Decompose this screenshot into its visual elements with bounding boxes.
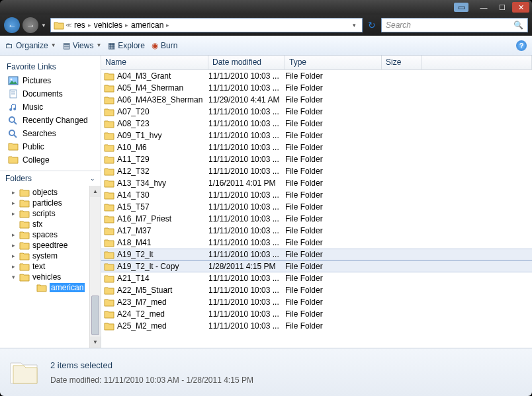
close-button[interactable]: ✕ (512, 2, 529, 13)
file-row[interactable]: A05_M4_Sherman11/11/2010 10:03 ...File F… (101, 82, 532, 94)
tree-item-objects[interactable]: ▸objects (9, 187, 101, 198)
burn-button[interactable]: ◉ Burn (152, 41, 177, 50)
file-type: File Folder (285, 155, 382, 164)
file-row[interactable]: A16_M7_Priest11/11/2010 10:03 ...File Fo… (101, 213, 532, 225)
folder-icon (19, 231, 30, 239)
organize-button[interactable]: 🗀 Organize▼ (5, 41, 56, 50)
file-row[interactable]: A17_M3711/11/2010 10:03 ...File Folder (101, 225, 532, 237)
document-icon (8, 89, 19, 99)
search-input[interactable]: Search 🔍 (381, 18, 528, 32)
address-bar[interactable]: ≪ res ▸ vehicles ▸ american ▸ ▾ (50, 18, 363, 32)
file-row[interactable]: A23_M7_med11/11/2010 10:03 ...File Folde… (101, 296, 532, 308)
file-row[interactable]: A19_T2_lt - Copy1/28/2011 4:15 PMFile Fo… (101, 260, 532, 272)
expand-icon[interactable]: ▸ (11, 253, 17, 259)
folder-icon (36, 284, 47, 292)
folder-icon (104, 239, 114, 247)
file-date: 1/16/2011 4:01 PM (208, 178, 285, 188)
favorite-label: Recently Changed (22, 116, 88, 125)
tree-item-american[interactable]: american (9, 282, 101, 293)
file-row[interactable]: A06_M4A3E8_Sherman11/29/2010 4:41 AMFile… (101, 94, 532, 106)
minimize-button[interactable]: — (475, 2, 492, 13)
help-button[interactable]: ? (516, 40, 527, 51)
tree-item-vehicles[interactable]: ▾vehicles (9, 272, 101, 282)
file-row[interactable]: A08_T2311/11/2010 10:03 ...File Folder (101, 118, 532, 130)
scroll-thumb[interactable] (91, 296, 99, 335)
organize-icon: 🗀 (5, 41, 13, 50)
folder-icon (54, 21, 64, 30)
file-row[interactable]: A09_T1_hvy11/11/2010 10:03 ...File Folde… (101, 130, 532, 141)
file-row[interactable]: A13_T34_hvy1/16/2011 4:01 PMFile Folder (101, 177, 532, 189)
folder-icon (8, 155, 19, 165)
maximize-button[interactable]: ☐ (494, 2, 511, 13)
expand-icon[interactable]: ▸ (11, 200, 17, 206)
scroll-down-icon[interactable]: ▼ (90, 337, 101, 348)
file-name: A18_M41 (117, 238, 151, 247)
column-type[interactable]: Type (285, 56, 382, 69)
forward-button[interactable]: → (22, 17, 38, 33)
file-row[interactable]: A10_M611/11/2010 10:03 ...File Folder (101, 141, 532, 153)
file-row[interactable]: A21_T1411/11/2010 10:03 ...File Folder (101, 272, 532, 284)
file-type: File Folder (285, 178, 382, 188)
column-size[interactable]: Size (382, 56, 421, 69)
expand-icon[interactable]: ▸ (11, 210, 17, 217)
back-button[interactable]: ← (4, 17, 20, 33)
tree-item-text[interactable]: ▸text (9, 261, 101, 272)
file-type: File Folder (285, 107, 382, 116)
file-type: File Folder (285, 262, 382, 271)
tree-item-particles[interactable]: ▸particles (9, 198, 101, 208)
column-spacer (421, 56, 532, 69)
file-row[interactable]: A22_M5_Stuart11/11/2010 10:03 ...File Fo… (101, 284, 532, 296)
expand-icon[interactable]: ▸ (11, 189, 17, 196)
history-dropdown[interactable]: ▼ (41, 22, 48, 28)
file-row[interactable]: A07_T2011/11/2010 10:03 ...File Folder (101, 106, 532, 118)
expand-icon[interactable]: ▸ (11, 242, 17, 249)
file-row[interactable]: A11_T2911/11/2010 10:03 ...File Folder (101, 153, 532, 165)
expand-icon[interactable]: ▸ (11, 263, 17, 270)
favorite-link-searches[interactable]: Searches (3, 127, 98, 140)
file-row[interactable]: A04_M3_Grant11/11/2010 10:03 ...File Fol… (101, 70, 532, 82)
refresh-button[interactable]: ↻ (365, 19, 378, 32)
file-date: 11/11/2010 10:03 ... (208, 119, 285, 128)
favorite-link-music[interactable]: Music (3, 100, 98, 114)
folder-icon (19, 241, 30, 250)
tree-item-spaces[interactable]: ▸spaces (9, 229, 101, 240)
breadcrumb-res[interactable]: res (73, 20, 87, 30)
folder-icon (104, 84, 114, 93)
folder-icon (104, 191, 114, 200)
column-name[interactable]: Name (101, 56, 208, 69)
folder-icon (104, 274, 114, 283)
favorite-link-recently-changed[interactable]: Recently Changed (3, 114, 98, 127)
explore-button[interactable]: ▦ Explore (108, 41, 145, 50)
breadcrumb-american[interactable]: american (130, 20, 165, 30)
tree-item-speedtree[interactable]: ▸speedtree (9, 240, 101, 251)
file-name: A04_M3_Grant (117, 71, 171, 81)
svg-line-6 (14, 122, 17, 124)
file-rows[interactable]: A04_M3_Grant11/11/2010 10:03 ...File Fol… (101, 70, 532, 348)
file-date: 1/28/2011 4:15 PM (208, 262, 285, 271)
explorer-window: ▭ — ☐ ✕ ← → ▼ ≪ res ▸ vehicles ▸ america… (0, 0, 532, 396)
tree-item-scripts[interactable]: ▸scripts (9, 208, 101, 219)
column-date[interactable]: Date modified (208, 56, 285, 69)
file-row[interactable]: A15_T5711/11/2010 10:03 ...File Folder (101, 201, 532, 213)
expand-icon[interactable]: ▸ (11, 231, 17, 238)
file-row[interactable]: A24_T2_med11/11/2010 10:03 ...File Folde… (101, 308, 532, 320)
file-type: File Folder (285, 274, 382, 283)
favorite-link-public[interactable]: Public (3, 140, 98, 153)
file-row[interactable]: A19_T2_lt11/11/2010 10:03 ...File Folder (101, 249, 532, 260)
favorite-link-documents[interactable]: Documents (3, 87, 98, 100)
tree-scrollbar[interactable]: ▲ ▼ (89, 186, 101, 348)
expand-icon[interactable]: ▾ (11, 274, 17, 280)
folders-header[interactable]: Folders ⌄ (0, 171, 101, 186)
favorite-link-pictures[interactable]: Pictures (3, 74, 98, 87)
address-dropdown[interactable]: ▾ (349, 22, 359, 28)
file-row[interactable]: A18_M4111/11/2010 10:03 ...File Folder (101, 237, 532, 249)
tree-item-sfx[interactable]: sfx (9, 219, 101, 229)
scroll-up-icon[interactable]: ▲ (90, 186, 101, 197)
breadcrumb-vehicles[interactable]: vehicles (93, 20, 124, 30)
tree-item-system[interactable]: ▸system (9, 251, 101, 261)
views-button[interactable]: ▤ Views▼ (63, 41, 102, 50)
file-row[interactable]: A12_T3211/11/2010 10:03 ...File Folder (101, 165, 532, 177)
file-row[interactable]: A14_T3011/11/2010 10:03 ...File Folder (101, 189, 532, 201)
favorite-link-college[interactable]: College (3, 153, 98, 167)
file-row[interactable]: A25_M2_med11/11/2010 10:03 ...File Folde… (101, 320, 532, 332)
